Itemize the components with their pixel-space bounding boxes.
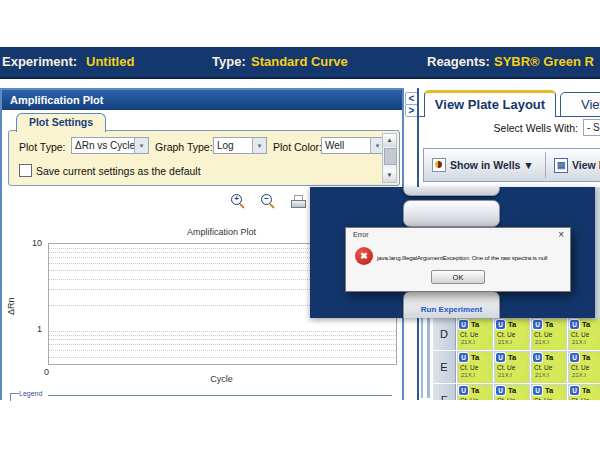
zoom-out-icon[interactable]: − [261, 194, 276, 209]
gridline [49, 335, 396, 336]
gridline [49, 357, 396, 358]
well-sample: Ct. Ue [534, 364, 567, 371]
toolbar-separator [545, 152, 546, 178]
settings-scrollbar[interactable]: ▲ ▼ [382, 133, 397, 183]
well-sample: Ct. Ue [460, 397, 493, 400]
graph-type-label: Graph Type: [155, 141, 213, 153]
plate-edge-stripe [421, 318, 423, 398]
well-target: Ta [508, 353, 516, 362]
task-unknown-badge: U [570, 320, 579, 329]
well-target: Ta [471, 353, 479, 362]
task-unknown-badge: U [496, 353, 505, 362]
error-dialog: Error × ✖ java.lang.IllegalArgumentExcep… [345, 227, 571, 292]
plate-well[interactable]: UTaCt. Ue21X.I [531, 384, 567, 400]
plate-well[interactable]: UTaCt. Ue21X.I [457, 351, 493, 383]
show-in-wells-label: Show in Wells ▼ [450, 159, 534, 171]
plate-well[interactable]: UTaCt. Ue21X.I [568, 318, 600, 350]
scroll-down-icon[interactable]: ▼ [383, 169, 396, 182]
select-wells-label: Select Wells With: [494, 122, 578, 134]
plate-row: FUTaCt. Ue21X.IUTaCt. Ue21X.IUTaCt. Ue21… [433, 384, 600, 400]
plate-well[interactable]: UTaCt. Ue21X.I [457, 318, 493, 350]
error-icon: ✖ [355, 247, 373, 265]
well-target: Ta [545, 353, 553, 362]
chevron-down-icon: ▾ [134, 138, 148, 153]
save-default-checkbox[interactable] [19, 164, 32, 177]
scroll-up-icon[interactable]: ▲ [383, 134, 396, 147]
error-message: java.lang.IllegalArgumentException: One … [377, 254, 547, 261]
show-in-wells-icon [432, 158, 446, 172]
task-unknown-badge: U [570, 386, 579, 395]
plot-color-label: Plot Color: [273, 141, 322, 153]
y-tick-10: 10 [26, 238, 42, 248]
graph-type-select[interactable]: Log ▾ [213, 137, 267, 154]
tab-plot-settings[interactable]: Plot Settings [16, 113, 106, 132]
plate-row-label: E [433, 351, 456, 383]
view-legend-button[interactable]: ▤ View L [548, 151, 600, 179]
task-unknown-badge: U [496, 320, 505, 329]
plate-well[interactable]: UTaCt. Ue21X.I [494, 384, 530, 400]
select-wells-dropdown[interactable]: - S [583, 119, 600, 136]
run-menu-button[interactable] [403, 187, 500, 196]
plot-type-select[interactable]: ΔRn vs Cycle ▾ [71, 137, 149, 154]
legend-groupbox-line [48, 395, 392, 396]
well-sample: Ct. Ue [460, 331, 493, 338]
tab-view-well-table[interactable]: View [560, 92, 600, 117]
experiment-value: Untitled [86, 47, 134, 76]
well-info: 21X.I [498, 372, 530, 378]
plot-type-label: Plot Type: [19, 141, 66, 153]
plate-well[interactable]: UTaCt. Ue21X.I [531, 351, 567, 383]
plate-toolbar: Show in Wells ▼ ▤ View L [423, 148, 600, 182]
plate-well[interactable]: UTaCt. Ue21X.I [457, 384, 493, 400]
well-sample: Ct. Ue [497, 364, 530, 371]
reagents-value: SYBR® Green R [494, 47, 594, 76]
well-info: 21X.I [535, 372, 567, 378]
well-target: Ta [545, 320, 553, 329]
well-info: 21X.I [572, 372, 600, 378]
zoom-in-icon[interactable]: + [231, 194, 246, 209]
plate-well[interactable]: UTaCt. Ue21X.I [494, 351, 530, 383]
gridline [49, 344, 396, 345]
run-menu-button[interactable] [403, 200, 500, 227]
y-tick-1: 1 [26, 324, 42, 334]
well-sample: Ct. Ue [460, 364, 493, 371]
well-sample: Ct. Ue [497, 397, 530, 400]
reagents-label: Reagents: [427, 47, 490, 76]
y-axis-label: ΔRn [6, 285, 16, 315]
well-sample: Ct. Ue [571, 397, 600, 400]
well-info: 21X.I [535, 339, 567, 345]
save-default-label: Save current settings as the default [36, 165, 201, 177]
well-sample: Ct. Ue [497, 331, 530, 338]
plot-type-value: ΔRn vs Cycle [72, 140, 134, 151]
well-info: 21X.I [572, 339, 600, 345]
plate-row-label: F [433, 384, 456, 400]
tab-view-plate-layout[interactable]: View Plate Layout [424, 90, 556, 117]
plate-well[interactable]: UTaCt. Ue21X.I [494, 318, 530, 350]
ok-button[interactable]: OK [431, 270, 485, 284]
plate-well[interactable]: UTaCt. Ue21X.I [568, 384, 600, 400]
plate-background-strip [595, 187, 600, 318]
well-info: 21X.I [461, 372, 493, 378]
panel-title: Amplification Plot [2, 90, 402, 110]
gridline [49, 339, 396, 340]
plot-color-select[interactable]: Well ▾ [321, 137, 385, 154]
close-icon[interactable]: × [558, 229, 564, 240]
plot-settings-box: Plot Type: ΔRn vs Cycle ▾ Graph Type: Lo… [8, 130, 400, 186]
plate-row: DUTaCt. Ue21X.IUTaCt. Ue21X.IUTaCt. Ue21… [433, 318, 600, 350]
view-legend-label: View L [572, 159, 600, 171]
plate-well[interactable]: UTaCt. Ue21X.I [531, 318, 567, 350]
print-icon[interactable] [291, 195, 306, 207]
plate-row: EUTaCt. Ue21X.IUTaCt. Ue21X.IUTaCt. Ue21… [433, 351, 600, 383]
well-target: Ta [582, 386, 590, 395]
task-unknown-badge: U [496, 386, 505, 395]
well-target: Ta [582, 320, 590, 329]
experiment-label: Experiment: [2, 47, 77, 76]
plate-well[interactable]: UTaCt. Ue21X.I [568, 351, 600, 383]
plate-grid: DUTaCt. Ue21X.IUTaCt. Ue21X.IUTaCt. Ue21… [433, 318, 600, 400]
scrollbar-thumb[interactable] [384, 148, 397, 165]
well-target: Ta [545, 386, 553, 395]
task-unknown-badge: U [570, 353, 579, 362]
well-target: Ta [471, 386, 479, 395]
show-in-wells-button[interactable]: Show in Wells ▼ [426, 151, 544, 179]
well-info: 21X.I [498, 339, 530, 345]
task-unknown-badge: U [459, 353, 468, 362]
